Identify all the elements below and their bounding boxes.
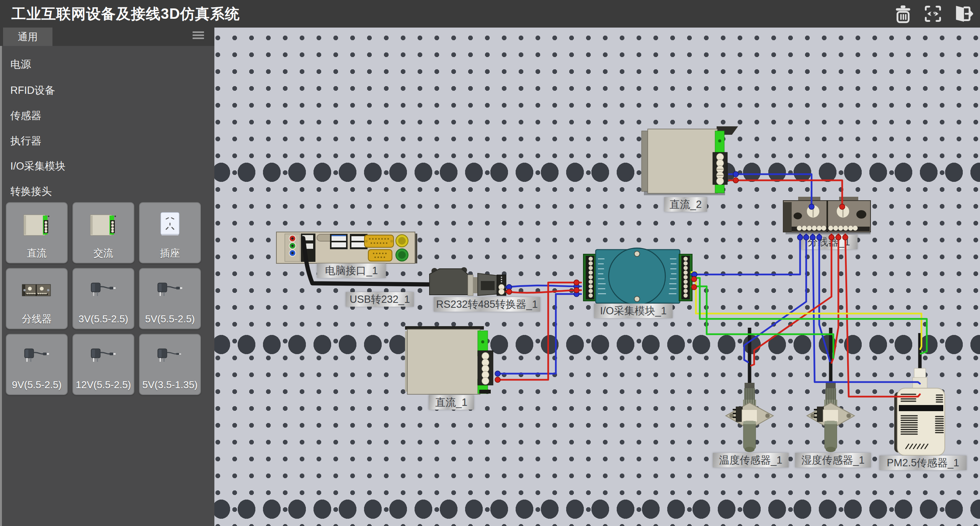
device-pc-interface[interactable] [276, 232, 417, 263]
tab-general[interactable]: 通用 [3, 28, 52, 46]
wire-green-io-to-pm25[interactable] [691, 278, 927, 354]
device-label-usb232: USB转232_1 [346, 292, 414, 307]
wire-red-splitter-to-humidity[interactable] [831, 234, 838, 363]
power-adapter-thumbnail-icon [139, 334, 201, 379]
device-label-pc: 电脑接口_1 [317, 263, 386, 278]
sidebar-item-adapter[interactable]: 转换接头 [2, 180, 219, 203]
palette-item-dc[interactable]: 直流 [6, 202, 68, 263]
device-temp-sensor[interactable] [726, 328, 773, 452]
wire-blue-rs485-to-io[interactable] [506, 286, 581, 287]
power-adapter-thumbnail-icon [72, 334, 134, 379]
splitter-thumbnail-icon [6, 268, 68, 313]
wire-red-splitter-to-pm25[interactable] [845, 234, 920, 397]
sidebar-tabstrip: 通用 [0, 28, 214, 46]
component-palette: 直流 交流 插座 分线器 [6, 202, 201, 395]
device-label-dc2: 直流_2 [664, 197, 707, 212]
palette-item-adapter-5v-small[interactable]: 5V(3.5-1.35) [139, 334, 201, 395]
sidebar-item-sensor[interactable]: 传感器 [2, 104, 219, 127]
wire-red-rs485-to-io[interactable] [506, 290, 581, 293]
socket-thumbnail-icon [139, 202, 201, 247]
device-label-dc1: 直流_1 [429, 395, 474, 410]
sidebar-item-rfid[interactable]: RFID设备 [2, 79, 219, 102]
palette-item-adapter-5v[interactable]: 5V(5.5-2.5) [139, 268, 201, 329]
device-label-pm25: PM2.5传感器_1 [879, 456, 967, 470]
wire-blue-splitter-to-pm25[interactable] [813, 234, 920, 384]
wiring-canvas[interactable]: 分线器_1 [214, 28, 980, 526]
device-label-hum: 湿度传感器_1 [795, 453, 871, 467]
view-reset-icon[interactable] [923, 3, 943, 24]
device-label-io: I/O采集模块_1 [594, 304, 673, 318]
palette-item-adapter-3v[interactable]: 3V(5.5-2.5) [72, 268, 134, 329]
power-adapter-thumbnail-icon [72, 268, 134, 313]
ac-power-thumbnail-icon [72, 202, 134, 247]
component-sidebar: 电源 RFID设备 传感器 执行器 I/O采集模块 转换接头 直流 交流 [0, 46, 214, 526]
title-bar: 工业互联网设备及接线3D仿真系统 [0, 0, 980, 28]
device-label-rs485: RS232转485转换器_1 [434, 297, 540, 312]
trash-icon[interactable] [893, 3, 913, 24]
exit-icon[interactable] [952, 3, 973, 24]
device-splitter[interactable] [783, 197, 871, 234]
wire-blue-splitter-to-io[interactable] [691, 234, 800, 274]
device-rs232-485-converter[interactable] [430, 267, 506, 296]
palette-item-socket[interactable]: 插座 [139, 202, 201, 263]
page-title: 工业互联网设备及接线3D仿真系统 [11, 0, 240, 28]
device-label-temp: 温度传感器_1 [713, 453, 789, 467]
hamburger-menu-icon[interactable] [193, 31, 204, 42]
sidebar-item-io-module[interactable]: I/O采集模块 [2, 155, 219, 178]
app-window: 分线器_1 [0, 0, 980, 526]
wire-blue-splitter-to-temp[interactable] [744, 234, 806, 362]
sidebar-item-power[interactable]: 电源 [2, 53, 219, 76]
power-adapter-thumbnail-icon [6, 334, 68, 379]
palette-item-adapter-9v[interactable]: 9V(5.5-2.5) [6, 334, 68, 395]
wire-green-io-to-humidity[interactable] [691, 286, 833, 358]
device-dc-supply-1[interactable] [405, 326, 493, 394]
sidebar-item-actuator[interactable]: 执行器 [2, 129, 219, 152]
device-dc-supply-2[interactable] [642, 126, 738, 195]
palette-item-splitter[interactable]: 分线器 [6, 268, 68, 329]
palette-item-ac[interactable]: 交流 [72, 202, 134, 263]
palette-item-adapter-12v[interactable]: 12V(5.5-2.5) [72, 334, 134, 395]
header-toolbar [893, 3, 973, 24]
dc-power-thumbnail-icon [6, 202, 68, 247]
power-adapter-thumbnail-icon [139, 268, 201, 313]
device-io-module[interactable] [583, 248, 692, 305]
